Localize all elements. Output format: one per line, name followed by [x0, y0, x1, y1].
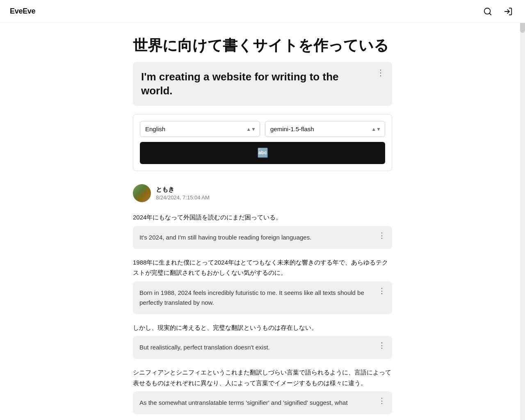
post-3-translation-card: But realistically, perfect translation d…	[133, 336, 392, 359]
post-4-menu-button[interactable]: ⋮	[376, 395, 388, 406]
app-logo: EveEve	[10, 7, 35, 16]
search-button[interactable]	[481, 5, 495, 18]
post-4-text-jp: シニフィアンとシニフィエというこれまた翻訳しづらい言葉で語られるように、言語によ…	[133, 367, 392, 388]
login-icon	[504, 7, 513, 16]
post-1-text-en: It's 2024, and I'm still having trouble …	[139, 233, 372, 242]
post-3-text-en: But realistically, perfect translation d…	[139, 342, 372, 352]
header-actions	[481, 5, 515, 18]
app-header: EveEve	[0, 0, 525, 23]
language-select-wrapper: English Japanese Chinese Korean French S…	[140, 121, 260, 137]
title-card-menu-button[interactable]: ⋮	[374, 67, 387, 78]
post-2-menu-button[interactable]: ⋮	[376, 285, 388, 296]
author-date: 8/24/2024, 7:15:04 AM	[156, 194, 210, 201]
post-2-text-en: Born in 1988, 2024 feels incredibly futu…	[139, 288, 372, 308]
svg-line-1	[489, 13, 491, 15]
controls-selects: English Japanese Chinese Korean French S…	[140, 121, 385, 137]
post-1-translation-card: It's 2024, and I'm still having trouble …	[133, 226, 392, 249]
post-1-menu-button[interactable]: ⋮	[376, 230, 388, 241]
controls-bar: English Japanese Chinese Korean French S…	[133, 114, 392, 171]
language-select[interactable]: English Japanese Chinese Korean French S…	[140, 121, 260, 137]
post-1-text-jp: 2024年にもなって外国語を読むのにまだ困っている。	[133, 212, 392, 223]
model-select[interactable]: gemini-1.5-flash gemini-1.5-pro gpt-4o c…	[265, 121, 385, 137]
avatar-image	[133, 184, 151, 202]
page-title-jp: 世界に向けて書くサイトを作っている	[133, 36, 392, 55]
title-translation-text: I'm creating a website for writing to th…	[141, 70, 384, 98]
post-2-translation-card: Born in 1988, 2024 feels incredibly futu…	[133, 281, 392, 314]
translate-button[interactable]: 🔤	[140, 142, 385, 164]
model-select-wrapper: gemini-1.5-flash gemini-1.5-pro gpt-4o c…	[265, 121, 385, 137]
post-section-3: しかし、現実的に考えると、完璧な翻訳というものは存在しない。 But reali…	[133, 322, 392, 359]
search-icon	[483, 7, 492, 16]
author-avatar	[133, 184, 151, 202]
post-2-text-jp: 1988年に生まれた僕にとって2024年はとてつもなく未来的な響きのする年で、あ…	[133, 257, 392, 278]
post-section-2: 1988年に生まれた僕にとって2024年はとてつもなく未来的な響きのする年で、あ…	[133, 257, 392, 314]
scrollbar[interactable]	[520, 0, 525, 420]
main-content: 世界に向けて書くサイトを作っている I'm creating a website…	[123, 23, 402, 420]
translate-icon: 🔤	[257, 148, 268, 158]
login-button[interactable]	[501, 5, 515, 18]
post-3-text-jp: しかし、現実的に考えると、完璧な翻訳というものは存在しない。	[133, 322, 392, 333]
title-translation-card: I'm creating a website for writing to th…	[133, 62, 392, 106]
post-3-menu-button[interactable]: ⋮	[376, 340, 388, 351]
post-section-4: シニフィアンとシニフィエというこれまた翻訳しづらい言葉で語られるように、言語によ…	[133, 367, 392, 414]
post-4-text-en: As the somewhat untranslatable terms 'si…	[139, 398, 372, 408]
author-section: ともき 8/24/2024, 7:15:04 AM	[133, 184, 392, 202]
author-info: ともき 8/24/2024, 7:15:04 AM	[156, 186, 210, 201]
post-4-translation-card: As the somewhat untranslatable terms 'si…	[133, 391, 392, 414]
post-section-1: 2024年にもなって外国語を読むのにまだ困っている。 It's 2024, an…	[133, 212, 392, 249]
author-name: ともき	[156, 186, 210, 194]
